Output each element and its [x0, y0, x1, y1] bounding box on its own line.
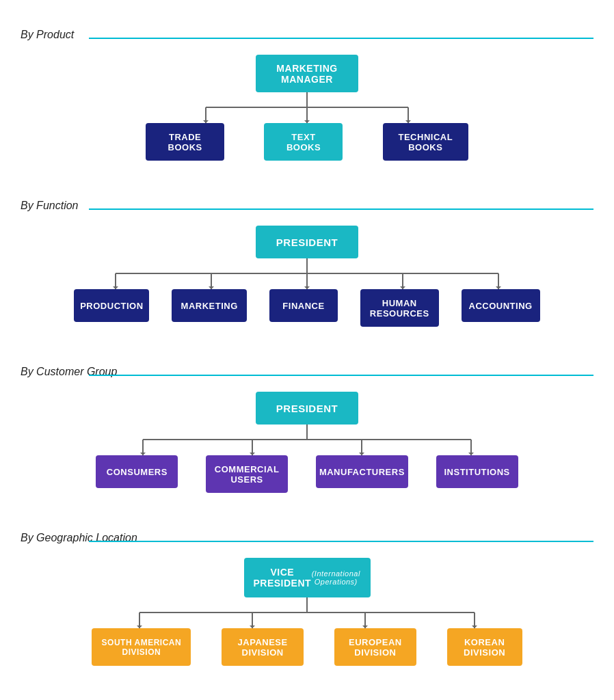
box-vice-president: VICE PRESIDENT(International Operations)	[244, 558, 371, 597]
connector-product	[136, 92, 478, 123]
org-chart-customer: PRESIDENT CONSUMERS COMMERCIALUSERS MANU…	[21, 351, 593, 493]
section-by-process: By Process PRODUCTIONMANAGER CUTTERS DYE…	[21, 690, 593, 700]
box-consumers: CONSUMERS	[96, 455, 178, 488]
section-by-product: By Product MARKETINGMANAGER TRADE	[21, 14, 593, 161]
org-chart-geographic: VICE PRESIDENT(International Operations)…	[21, 517, 593, 666]
box-manufacturers: MANUFACTURERS	[316, 455, 408, 488]
box-president-customer: PRESIDENT	[256, 392, 358, 425]
vp-subtitle: (International Operations)	[311, 569, 360, 586]
box-marketing-manager: MARKETINGMANAGER	[256, 55, 358, 92]
org-chart-process: PRODUCTIONMANAGER CUTTERS DYERS STITCHER…	[21, 690, 593, 700]
children-row-function: PRODUCTION MARKETING FINANCE HUMANRESOUR…	[68, 289, 546, 327]
box-institutions: INSTITUTIONS	[436, 455, 518, 488]
box-commercial-users: COMMERCIALUSERS	[206, 455, 288, 493]
connector-customer	[88, 425, 526, 455]
box-european: EUROPEANDIVISION	[334, 628, 416, 666]
box-president-function: PRESIDENT	[256, 226, 358, 258]
box-text-books: TEXTBOOKS	[264, 123, 343, 161]
box-human-resources: HUMANRESOURCES	[360, 289, 439, 327]
connector-geographic	[81, 597, 533, 628]
children-row-geographic: SOUTH AMERICANDIVISION JAPANESEDIVISION …	[81, 628, 533, 666]
section-by-customer: By Customer Group PRESIDENT CONSUMERS CO…	[21, 351, 593, 493]
box-technical-books: TECHNICALBOOKS	[383, 123, 468, 161]
connector-function	[68, 258, 546, 289]
org-chart-product: MARKETINGMANAGER TRADEBOOKS TEXTBOOKS TE	[21, 14, 593, 161]
box-korean: KOREANDIVISION	[447, 628, 522, 666]
page: By Product MARKETINGMANAGER TRADE	[0, 0, 614, 700]
box-finance: FINANCE	[269, 289, 338, 322]
section-by-function: By Function PRESIDENT PRODUCTION MARKET	[21, 185, 593, 327]
children-row-customer: CONSUMERS COMMERCIALUSERS MANUFACTURERS …	[88, 455, 526, 493]
box-south-american: SOUTH AMERICANDIVISION	[92, 628, 191, 666]
org-chart-function: PRESIDENT PRODUCTION MARKETING FINANCE	[21, 185, 593, 327]
children-row-product: TRADEBOOKS TEXTBOOKS TECHNICALBOOKS	[136, 123, 478, 161]
box-trade-books: TRADEBOOKS	[146, 123, 224, 161]
box-marketing: MARKETING	[172, 289, 247, 322]
section-by-geographic: By Geographic Location VICE PRESIDENT(In…	[21, 517, 593, 666]
box-accounting: ACCOUNTING	[462, 289, 540, 322]
box-japanese: JAPANESEDIVISION	[222, 628, 304, 666]
box-production: PRODUCTION	[74, 289, 149, 322]
